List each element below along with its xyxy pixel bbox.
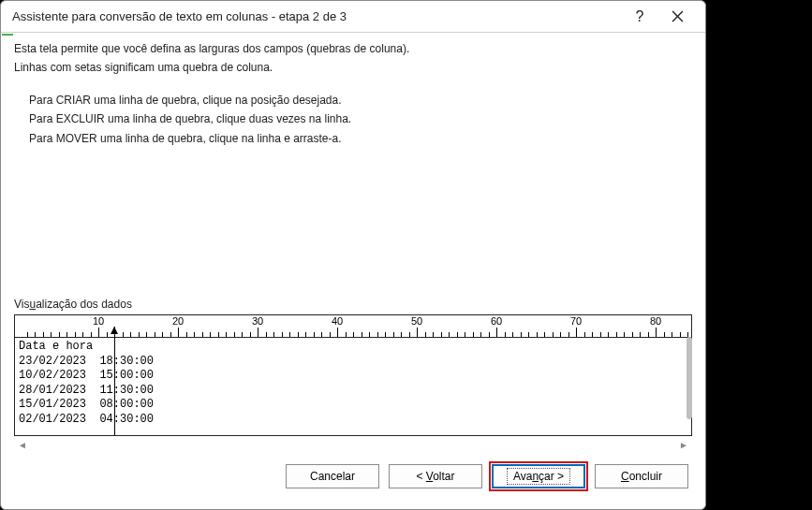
horizontal-scrollbar[interactable]: ◄ ► [14,436,692,453]
intro-line-2: Linhas com setas significam uma quebra d… [14,59,692,76]
next-label: Avançar > [507,468,570,485]
ruler-tick-label: 50 [411,315,422,327]
ruler-tick-label: 60 [491,315,502,327]
scroll-left-icon[interactable]: ◄ [18,440,27,450]
back-label: < Voltar [416,470,454,483]
cancel-button[interactable]: Cancelar [286,464,379,488]
intro-text: Esta tela permite que você defina as lar… [14,40,692,78]
intro-line-1: Esta tela permite que você defina as lar… [14,40,692,57]
preview-box[interactable]: 1020304050607080 Data e hora 23/02/2023 … [14,314,692,436]
break-arrow-icon [111,327,118,334]
close-icon [672,10,684,22]
scroll-right-icon[interactable]: ► [679,440,688,450]
preview-label: Visualização dos dados [14,298,692,311]
help-button[interactable]: ? [621,4,658,30]
column-break-line[interactable] [114,327,115,435]
preview-text: Data e hora 23/02/2023 18:30:00 10/02/20… [15,338,691,430]
back-button[interactable]: < Voltar [389,464,482,488]
ruler-tick-label: 70 [570,315,582,327]
accent-bar [2,34,13,36]
vertical-scrollbar-thumb[interactable] [687,337,692,419]
instruction-move: Para MOVER uma linha de quebra, clique n… [29,129,692,148]
cancel-label: Cancelar [310,470,355,483]
button-row: Cancelar < Voltar Avançar > Concluir [14,453,692,500]
next-button[interactable]: Avançar > [492,464,585,488]
ruler-tick-label: 30 [252,315,263,327]
titlebar: Assistente para conversão de texto em co… [1,1,705,33]
instruction-delete: Para EXCLUIR uma linha de quebra, clique… [29,109,692,128]
dialog-body: Esta tela permite que você defina as lar… [1,33,705,509]
preview-area: 1020304050607080 Data e hora 23/02/2023 … [14,313,692,436]
close-button[interactable] [658,4,696,30]
instruction-create: Para CRIAR uma linha de quebra, clique n… [29,91,692,109]
wizard-dialog: Assistente para conversão de texto em co… [0,0,706,510]
ruler-tick-label: 10 [93,315,104,327]
ruler-tick-label: 80 [650,315,661,327]
ruler-tick-label: 40 [332,315,343,327]
ruler-tick-label: 20 [172,315,184,327]
dialog-title: Assistente para conversão de texto em co… [12,9,621,23]
finish-label: Concluir [621,470,662,483]
instructions-text: Para CRIAR uma linha de quebra, clique n… [29,91,692,148]
finish-button[interactable]: Concluir [595,464,688,488]
